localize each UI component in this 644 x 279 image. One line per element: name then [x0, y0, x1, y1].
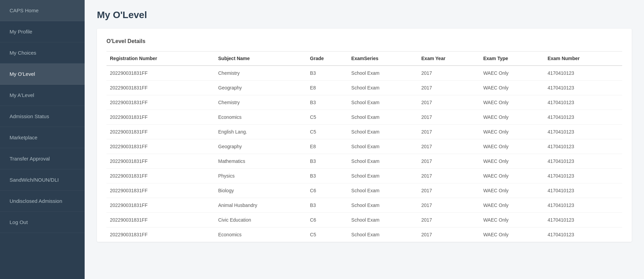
cell-2: C6	[306, 213, 348, 227]
cell-5: WAEC Only	[480, 169, 544, 183]
cell-5: WAEC Only	[480, 66, 544, 81]
sidebar-item-undisclosed-admission[interactable]: Undisclosed Admission	[0, 191, 85, 212]
cell-5: WAEC Only	[480, 139, 544, 154]
main-content: My O'Level O'Level Details Registration …	[85, 0, 644, 279]
cell-3: School Exam	[348, 227, 418, 242]
cell-5: WAEC Only	[480, 213, 544, 227]
cell-3: School Exam	[348, 169, 418, 183]
cell-4: 2017	[418, 198, 480, 213]
cell-6: 4170410123	[544, 125, 622, 139]
cell-6: 4170410123	[544, 183, 622, 198]
cell-1: Chemistry	[215, 95, 306, 110]
cell-4: 2017	[418, 169, 480, 183]
table-row: 202290031831FFPhysicsB3School Exam2017WA…	[106, 169, 622, 183]
cell-5: WAEC Only	[480, 110, 544, 125]
cell-3: School Exam	[348, 66, 418, 81]
sidebar-item-sandwich-noun-dli[interactable]: SandWich/NOUN/DLI	[0, 169, 85, 191]
cell-4: 2017	[418, 125, 480, 139]
table-body: 202290031831FFChemistryB3School Exam2017…	[106, 66, 622, 242]
cell-4: 2017	[418, 154, 480, 169]
cell-4: 2017	[418, 81, 480, 95]
cell-2: B3	[306, 154, 348, 169]
cell-2: B3	[306, 169, 348, 183]
cell-5: WAEC Only	[480, 227, 544, 242]
cell-5: WAEC Only	[480, 183, 544, 198]
cell-1: Physics	[215, 169, 306, 183]
sidebar-item-my-profile[interactable]: My Profile	[0, 21, 85, 42]
cell-0: 202290031831FF	[106, 154, 215, 169]
cell-3: School Exam	[348, 125, 418, 139]
table-row: 202290031831FFCivic EducationC6School Ex…	[106, 213, 622, 227]
cell-3: School Exam	[348, 110, 418, 125]
table-row: 202290031831FFChemistryB3School Exam2017…	[106, 95, 622, 110]
col-header-registration-number: Registration Number	[106, 52, 215, 66]
cell-5: WAEC Only	[480, 95, 544, 110]
cell-1: Economics	[215, 110, 306, 125]
cell-0: 202290031831FF	[106, 66, 215, 81]
olevel-card: O'Level Details Registration NumberSubje…	[97, 29, 632, 242]
cell-1: Biology	[215, 183, 306, 198]
cell-6: 4170410123	[544, 227, 622, 242]
cell-3: School Exam	[348, 139, 418, 154]
cell-0: 202290031831FF	[106, 169, 215, 183]
cell-5: WAEC Only	[480, 198, 544, 213]
cell-0: 202290031831FF	[106, 125, 215, 139]
cell-2: B3	[306, 198, 348, 213]
table-row: 202290031831FFEconomicsC5School Exam2017…	[106, 110, 622, 125]
cell-3: School Exam	[348, 95, 418, 110]
cell-0: 202290031831FF	[106, 183, 215, 198]
cell-4: 2017	[418, 66, 480, 81]
card-header: O'Level Details	[106, 38, 622, 44]
col-header-exam-type: Exam Type	[480, 52, 544, 66]
cell-2: C5	[306, 227, 348, 242]
cell-2: E8	[306, 81, 348, 95]
cell-6: 4170410123	[544, 198, 622, 213]
cell-2: C5	[306, 125, 348, 139]
table-row: 202290031831FFGeographyE8School Exam2017…	[106, 139, 622, 154]
cell-4: 2017	[418, 95, 480, 110]
cell-3: School Exam	[348, 213, 418, 227]
cell-1: English Lang.	[215, 125, 306, 139]
cell-6: 4170410123	[544, 213, 622, 227]
sidebar-item-transfer-approval[interactable]: Transfer Approval	[0, 148, 85, 169]
table-row: 202290031831FFBiologyC6School Exam2017WA…	[106, 183, 622, 198]
col-header-subject-name: Subject Name	[215, 52, 306, 66]
cell-5: WAEC Only	[480, 154, 544, 169]
cell-5: WAEC Only	[480, 81, 544, 95]
olevel-table: Registration NumberSubject NameGradeExam…	[106, 51, 622, 242]
sidebar-item-my-choices[interactable]: My Choices	[0, 42, 85, 64]
cell-0: 202290031831FF	[106, 139, 215, 154]
cell-0: 202290031831FF	[106, 198, 215, 213]
cell-4: 2017	[418, 139, 480, 154]
table-header-row: Registration NumberSubject NameGradeExam…	[106, 52, 622, 66]
cell-1: Economics	[215, 227, 306, 242]
cell-0: 202290031831FF	[106, 110, 215, 125]
cell-4: 2017	[418, 183, 480, 198]
sidebar-item-marketplace[interactable]: Marketplace	[0, 127, 85, 148]
sidebar-item-log-out[interactable]: Log Out	[0, 212, 85, 233]
cell-2: E8	[306, 139, 348, 154]
cell-0: 202290031831FF	[106, 213, 215, 227]
cell-3: School Exam	[348, 183, 418, 198]
table-row: 202290031831FFEnglish Lang.C5School Exam…	[106, 125, 622, 139]
cell-0: 202290031831FF	[106, 81, 215, 95]
cell-1: Geography	[215, 139, 306, 154]
cell-0: 202290031831FF	[106, 95, 215, 110]
cell-3: School Exam	[348, 198, 418, 213]
cell-5: WAEC Only	[480, 125, 544, 139]
table-header: Registration NumberSubject NameGradeExam…	[106, 52, 622, 66]
cell-6: 4170410123	[544, 139, 622, 154]
sidebar-item-my-alevel[interactable]: My A'Level	[0, 85, 85, 106]
page-title: My O'Level	[97, 10, 632, 20]
cell-6: 4170410123	[544, 81, 622, 95]
cell-6: 4170410123	[544, 95, 622, 110]
sidebar-item-admission-status[interactable]: Admission Status	[0, 106, 85, 127]
cell-2: B3	[306, 66, 348, 81]
sidebar-item-caps-home[interactable]: CAPS Home	[0, 0, 85, 21]
table-row: 202290031831FFGeographyE8School Exam2017…	[106, 81, 622, 95]
cell-4: 2017	[418, 227, 480, 242]
col-header-grade: Grade	[306, 52, 348, 66]
sidebar-item-my-olevel[interactable]: My O'Level	[0, 64, 85, 85]
table-row: 202290031831FFMathematicsB3School Exam20…	[106, 154, 622, 169]
cell-6: 4170410123	[544, 154, 622, 169]
